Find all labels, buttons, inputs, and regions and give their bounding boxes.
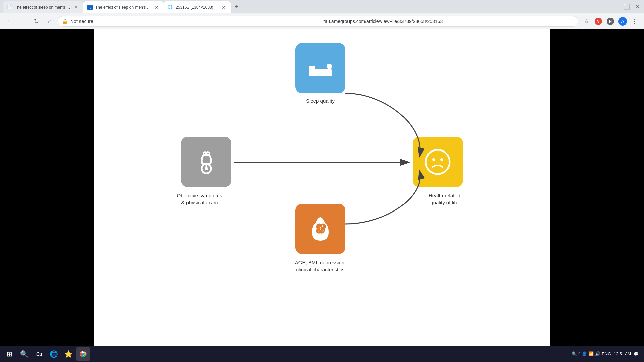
people-icon: 👤: [582, 351, 587, 356]
expand-tray-icon[interactable]: ^: [578, 351, 580, 356]
menu-button[interactable]: ⋮: [629, 16, 640, 27]
network-icon: 🔍: [572, 351, 577, 356]
right-sidebar: [550, 29, 644, 362]
volume-icon: 🔊: [595, 351, 600, 356]
sad-face-icon: [423, 147, 453, 177]
tab-3[interactable]: 🌐 253163 (1384×1088) ✕: [164, 1, 231, 13]
back-button[interactable]: ←: [4, 16, 15, 27]
tab-3-close[interactable]: ✕: [221, 4, 227, 10]
brain-head-icon: [305, 214, 335, 244]
svg-point-15: [82, 353, 85, 355]
profile-button[interactable]: V: [593, 16, 604, 27]
diagram-container: Sleep quality: [171, 43, 473, 284]
bed-icon: [305, 56, 335, 80]
account-avatar: A: [618, 17, 627, 26]
home-button[interactable]: ⌂: [44, 16, 55, 27]
language-label: ENG: [602, 351, 611, 356]
medical-card: [181, 137, 231, 187]
start-button[interactable]: ⊞: [3, 347, 16, 361]
close-button[interactable]: ✕: [633, 3, 641, 11]
reload-button[interactable]: ↻: [31, 16, 42, 27]
account-button[interactable]: A: [617, 16, 628, 27]
forward-button[interactable]: →: [17, 16, 28, 27]
url-text: tau.amegroups.com/article/viewFile/33739…: [324, 19, 574, 24]
taskbar: ⊞ 🔍 🗂 🌐 ⭐ 🔍 ^ 👤 📶 🔊 ENG: [0, 346, 644, 362]
new-tab-button[interactable]: +: [232, 2, 241, 11]
security-label: Not secure: [70, 19, 321, 24]
tab-2-close[interactable]: ✕: [154, 4, 160, 10]
tab-1-close[interactable]: ✕: [73, 4, 79, 10]
edge-button[interactable]: 🌐: [47, 347, 60, 361]
health-card: [413, 137, 463, 187]
task-view-button[interactable]: 🗂: [32, 347, 46, 361]
red-badge: V: [595, 18, 602, 25]
maximize-button[interactable]: ⬜: [623, 3, 631, 11]
svg-point-10: [432, 158, 435, 161]
page-content: Sleep quality: [94, 29, 550, 362]
address-bar: ← → ↻ ⌂ 🔒 Not secure tau.amegroups.com/a…: [0, 13, 644, 29]
tab-group: 📄 The effect of sleep on men's hea ✕ τ T…: [3, 0, 241, 13]
stethoscope-icon: [193, 147, 220, 177]
tab-2-favicon: τ: [87, 5, 93, 10]
medical-card-label: Objective symptoms & physical exam: [164, 192, 235, 206]
search-button[interactable]: 🔍: [17, 347, 31, 361]
content-area: Sleep quality: [0, 29, 644, 362]
n-badge-button[interactable]: N: [605, 16, 616, 27]
taskbar-time: 12:51 AM: [614, 351, 631, 357]
system-tray: 🔍 ^ 👤 📶 🔊 ENG: [572, 351, 611, 356]
notification-icon[interactable]: 💬: [634, 352, 639, 356]
brain-card: [295, 204, 345, 254]
window-controls: — ⬜ ✕: [612, 0, 641, 11]
bookmark-button[interactable]: ☆: [581, 16, 592, 27]
sleep-quality-label: Sleep quality: [278, 97, 362, 104]
taskbar-right: 🔍 ^ 👤 📶 🔊 ENG 12:51 AM 💬: [572, 351, 641, 357]
tab-3-favicon: 🌐: [168, 5, 173, 10]
health-card-label: Health-related quality of life: [409, 192, 480, 206]
store-button[interactable]: ⭐: [62, 347, 75, 361]
svg-point-9: [426, 150, 450, 174]
tab-2[interactable]: τ The effect of sleep on men's hea ✕: [83, 1, 164, 13]
sleep-quality-card: [295, 43, 345, 93]
tab-1-favicon: 📄: [7, 5, 12, 10]
title-bar: 📄 The effect of sleep on men's hea ✕ τ T…: [0, 0, 644, 13]
minimize-button[interactable]: —: [612, 3, 620, 11]
chrome-button[interactable]: [76, 347, 90, 361]
left-sidebar: [0, 29, 94, 362]
svg-rect-3: [309, 72, 310, 76]
right-icons: ☆ V N A ⋮: [581, 16, 640, 27]
browser-window: 📄 The effect of sleep on men's hea ✕ τ T…: [0, 0, 644, 362]
svg-point-11: [440, 158, 443, 161]
svg-rect-4: [331, 72, 332, 76]
svg-point-2: [327, 64, 332, 69]
svg-point-6: [205, 167, 208, 170]
tab-3-title: 253163 (1384×1088): [176, 5, 218, 10]
n-badge: N: [607, 18, 614, 25]
tab-2-title: The effect of sleep on men's hea: [95, 5, 151, 10]
security-icon: 🔒: [62, 19, 68, 24]
tab-1[interactable]: 📄 The effect of sleep on men's hea ✕: [3, 1, 83, 13]
tab-1-title: The effect of sleep on men's hea: [15, 5, 70, 10]
svg-rect-1: [309, 66, 315, 70]
wifi-icon: 📶: [588, 351, 594, 356]
url-bar[interactable]: 🔒 Not secure tau.amegroups.com/article/v…: [58, 16, 578, 27]
brain-card-label: AGE, BMI, depression, clinical character…: [272, 259, 369, 273]
